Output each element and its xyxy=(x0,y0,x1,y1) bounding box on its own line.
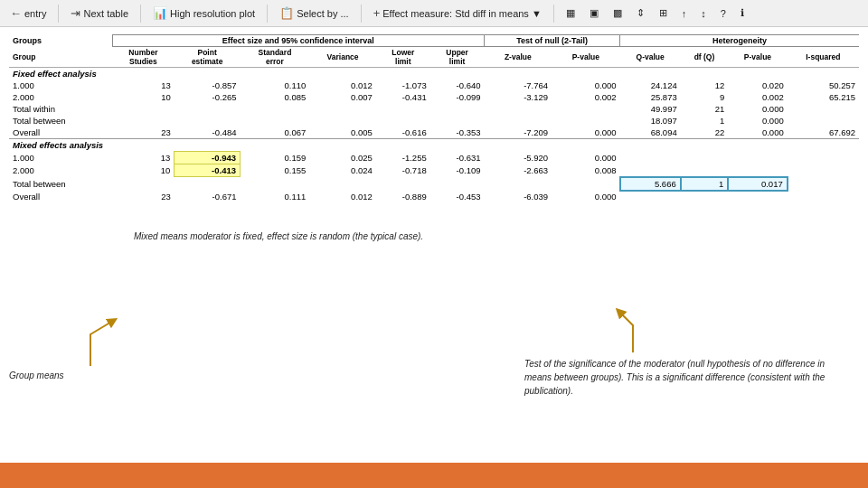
table-cell-ul: -0.453 xyxy=(430,191,485,202)
table-cell-df xyxy=(681,191,729,202)
col-df: df (Q) xyxy=(681,47,729,68)
sep-2 xyxy=(140,5,141,23)
sep-1 xyxy=(58,5,59,23)
table-cell-se: 0.111 xyxy=(241,191,310,202)
table-cell-ll: -1.073 xyxy=(376,80,430,91)
table-cell-pq: 0.000 xyxy=(728,103,787,115)
icon-btn-3[interactable]: ▩ xyxy=(609,5,627,21)
icon-btn-1[interactable]: ▦ xyxy=(561,5,580,21)
table-cell-df: 22 xyxy=(681,127,729,139)
table-cell-pe xyxy=(175,115,241,127)
table-cell-var: 0.007 xyxy=(309,91,376,103)
table-cell-n: 10 xyxy=(112,91,175,103)
null-test-header: Test of null (2-Tail) xyxy=(485,35,620,47)
table-cell-ul: -0.631 xyxy=(430,152,485,164)
group-means-label: Group means xyxy=(9,371,64,380)
icon-btn-8[interactable]: ? xyxy=(716,6,731,21)
heterogeneity-header: Heterogeneity xyxy=(620,35,859,47)
table-cell-ul: -0.109 xyxy=(430,164,485,177)
table-cell-ul: -0.353 xyxy=(430,127,485,139)
col-group: Group xyxy=(9,47,112,68)
table-cell-var: 0.005 xyxy=(309,127,376,139)
table-cell-group: Overall xyxy=(9,127,112,139)
table-row: 1.00013-0.9430.1590.025-1.255-0.631-5.92… xyxy=(9,152,859,164)
select-by-label: Select by ... xyxy=(297,8,348,19)
table-cell-df xyxy=(681,152,729,164)
effect-measure-icon: + xyxy=(373,6,381,20)
table-cell-pq xyxy=(728,164,787,177)
mixed-annotation: Mixed means moderator is fixed, effect s… xyxy=(134,231,423,241)
icon-btn-5[interactable]: ⊞ xyxy=(655,5,672,21)
table-row: Overall23-0.6710.1110.012-0.889-0.453-6.… xyxy=(9,191,859,202)
table-cell-pq xyxy=(728,191,787,202)
table-cell-z xyxy=(485,103,552,115)
table-cell-pe xyxy=(175,103,241,115)
table-cell-q: 24.124 xyxy=(620,80,681,91)
icon-btn-9[interactable]: ℹ xyxy=(736,5,749,21)
table-cell-se: 0.155 xyxy=(241,164,310,177)
table-cell-z: -2.663 xyxy=(485,164,552,177)
table-cell-i2: 67.692 xyxy=(788,127,859,139)
table-cell-ll xyxy=(376,103,430,115)
table-cell-p: 0.002 xyxy=(552,91,620,103)
table-cell-se xyxy=(241,177,310,191)
col-p-value: P-value xyxy=(552,47,620,68)
col-q-value: Q-value xyxy=(620,47,681,68)
table-cell-i2: 50.257 xyxy=(788,80,859,91)
next-table-button[interactable]: ⇥ Next table xyxy=(66,5,133,22)
section-header-row: Fixed effect analysis xyxy=(9,68,859,80)
table-cell-pq: 0.002 xyxy=(728,91,787,103)
icon-8: ? xyxy=(721,8,726,19)
effect-measure-button[interactable]: + Effect measure: Std diff in means ▼ xyxy=(369,5,546,22)
icon-3: ▩ xyxy=(613,7,622,19)
test-annotation-arrow xyxy=(615,307,669,357)
table-cell-var: 0.025 xyxy=(309,152,376,164)
mixed-annotation-text: Mixed means moderator is fixed, effect s… xyxy=(134,231,423,241)
col-point-est: Pointestimate xyxy=(175,47,241,68)
table-cell-z: -5.920 xyxy=(485,152,552,164)
table-cell-z xyxy=(485,177,552,191)
entry-label: entry xyxy=(24,8,46,19)
icon-7: ↕ xyxy=(701,8,706,19)
effect-measure-label: Effect measure: Std diff in means xyxy=(382,8,529,19)
table-cell-se: 0.067 xyxy=(241,127,310,139)
bottom-bar xyxy=(0,463,868,488)
select-by-button[interactable]: 📋 Select by ... xyxy=(275,5,353,22)
table-cell-ul: -0.640 xyxy=(430,80,485,91)
table-cell-ll: -0.889 xyxy=(376,191,430,202)
icon-btn-7[interactable]: ↕ xyxy=(696,6,711,21)
icon-btn-4[interactable]: ⇕ xyxy=(632,5,649,21)
table-cell-p xyxy=(552,103,620,115)
icon-btn-2[interactable]: ▣ xyxy=(585,5,603,21)
table-cell-p xyxy=(552,115,620,127)
group-means-arrow xyxy=(54,316,127,371)
next-table-icon: ⇥ xyxy=(71,6,80,20)
header-group-row: Groups Effect size and 95% confidence in… xyxy=(9,35,859,47)
table-cell-i2 xyxy=(788,152,859,164)
table-cell-n: 23 xyxy=(112,191,175,202)
icon-btn-6[interactable]: ↑ xyxy=(677,6,692,21)
effect-size-header: Effect size and 95% confidence interval xyxy=(112,35,484,47)
col-z-value: Z-value xyxy=(485,47,552,68)
table-cell-n: 13 xyxy=(112,152,175,164)
table-cell-se xyxy=(241,103,310,115)
table-cell-q: 49.997 xyxy=(620,103,681,115)
table-cell-group: Overall xyxy=(9,191,112,202)
table-cell-q: 68.094 xyxy=(620,127,681,139)
hi-res-plot-button[interactable]: 📊 High resolution plot xyxy=(148,5,259,22)
table-cell-pe: -0.484 xyxy=(175,127,241,139)
table-cell-p: 0.000 xyxy=(552,152,620,164)
table-cell-pe: -0.857 xyxy=(175,80,241,91)
table-cell-n xyxy=(112,103,175,115)
table-cell-group: Total within xyxy=(9,103,112,115)
table-cell-df: 9 xyxy=(681,91,729,103)
table-cell-ul xyxy=(430,115,485,127)
hi-res-plot-icon: 📊 xyxy=(153,6,167,20)
next-table-label: Next table xyxy=(83,8,128,19)
table-cell-var xyxy=(309,177,376,191)
table-cell-df: 1 xyxy=(681,177,729,191)
entry-button[interactable]: ← entry xyxy=(5,5,51,22)
test-significance-text: Test of the significance of the moderato… xyxy=(524,359,825,396)
table-row: Total between18.09710.000 xyxy=(9,115,859,127)
table-cell-pq: 0.000 xyxy=(728,115,787,127)
